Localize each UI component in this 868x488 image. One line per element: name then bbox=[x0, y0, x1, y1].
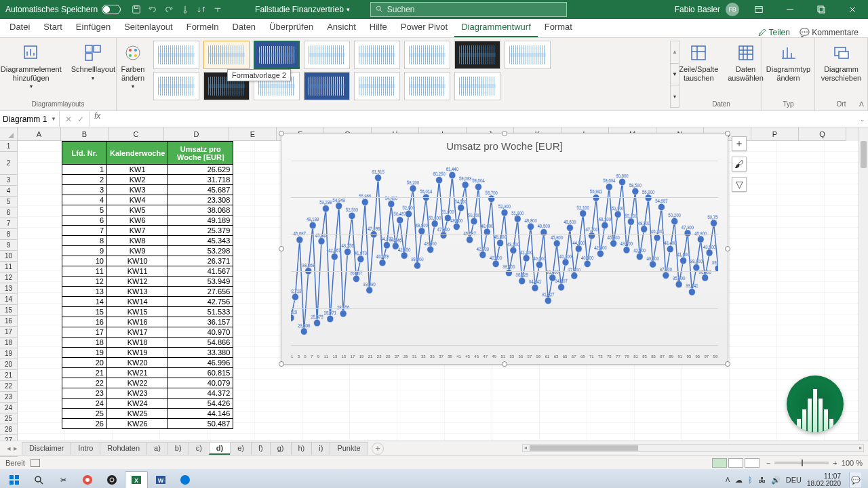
resize-handle[interactable] bbox=[502, 361, 507, 367]
chart-style-5[interactable] bbox=[354, 41, 400, 69]
change-colors-button[interactable]: Farben ändern▾ bbox=[119, 41, 148, 91]
sheet-tab[interactable]: h) bbox=[291, 442, 313, 455]
row-header[interactable]: 6 bbox=[0, 207, 18, 218]
row-header[interactable]: 23 bbox=[0, 392, 18, 403]
sheet-tab[interactable]: i) bbox=[311, 442, 330, 455]
onedrive-icon[interactable]: ☁ bbox=[735, 476, 743, 485]
tab-formeln[interactable]: Formeln bbox=[180, 18, 226, 37]
column-header[interactable]: P bbox=[751, 127, 799, 141]
sheet-tab[interactable]: Disclaimer bbox=[22, 442, 71, 455]
row-header[interactable]: 7 bbox=[0, 218, 18, 229]
save-icon[interactable] bbox=[132, 5, 141, 14]
tab-diagrammentwurf[interactable]: Diagrammentwurf bbox=[454, 18, 538, 37]
chart-style-8[interactable] bbox=[505, 41, 551, 69]
undo-icon[interactable] bbox=[148, 5, 157, 14]
cancel-formula-icon[interactable]: ✕ bbox=[65, 115, 72, 124]
app-obs-icon[interactable] bbox=[100, 471, 123, 488]
resize-handle[interactable] bbox=[502, 131, 507, 136]
chart-object[interactable]: Umsatz pro Woche [EUR] 27,62932,71846,68… bbox=[281, 133, 728, 365]
tab-format[interactable]: Format bbox=[538, 18, 579, 37]
tab-ansicht[interactable]: Ansicht bbox=[320, 18, 363, 37]
tab-hilfe[interactable]: Hilfe bbox=[363, 18, 394, 37]
row-header[interactable]: 9 bbox=[0, 240, 18, 251]
sort-icon[interactable] bbox=[197, 5, 206, 14]
add-chart-element-button[interactable]: Diagrammelement hinzufügen▾ bbox=[0, 41, 64, 91]
app-chrome-icon[interactable] bbox=[76, 471, 99, 488]
chart-style-1[interactable] bbox=[153, 41, 199, 69]
select-data-button[interactable]: Daten auswählen bbox=[725, 41, 766, 83]
touch-mode-icon[interactable] bbox=[180, 5, 190, 14]
sheet-tab[interactable]: e) bbox=[230, 442, 252, 455]
tab-einfügen[interactable]: Einfügen bbox=[69, 18, 117, 37]
column-header[interactable]: D bbox=[164, 127, 229, 141]
close-icon[interactable] bbox=[837, 0, 868, 19]
tab-power pivot[interactable]: Power Pivot bbox=[394, 18, 454, 37]
volume-icon[interactable]: 🔊 bbox=[771, 476, 781, 485]
customize-qat-icon[interactable] bbox=[213, 5, 222, 14]
chart-style-7[interactable] bbox=[454, 41, 500, 69]
name-box[interactable]: Diagramm 1 ▼ bbox=[0, 111, 60, 127]
sheet-nav-prev-icon[interactable]: ▸ bbox=[14, 444, 18, 453]
comments-button[interactable]: 💬 Kommentare bbox=[800, 28, 859, 37]
tray-chevron-icon[interactable]: ᐱ bbox=[726, 476, 730, 483]
column-header[interactable]: B bbox=[61, 127, 108, 141]
vertical-scrollbar[interactable] bbox=[859, 127, 868, 441]
bluetooth-icon[interactable]: ᛒ bbox=[748, 476, 753, 484]
chart-style-6[interactable] bbox=[404, 41, 450, 69]
gallery-more-icon[interactable]: ▾ bbox=[671, 85, 679, 107]
zoom-level[interactable]: 100 % bbox=[842, 459, 863, 467]
tab-seitenlayout[interactable]: Seitenlayout bbox=[117, 18, 180, 37]
resize-handle[interactable] bbox=[279, 361, 284, 367]
chart-title[interactable]: Umsatz pro Woche [EUR] bbox=[281, 134, 728, 155]
row-header[interactable]: 18 bbox=[0, 338, 18, 348]
collapse-ribbon-icon[interactable]: ᐱ bbox=[859, 100, 864, 108]
move-chart-button[interactable]: Diagramm verschieben bbox=[818, 41, 864, 83]
row-header[interactable]: 12 bbox=[0, 272, 18, 283]
row-header[interactable]: 24 bbox=[0, 403, 18, 413]
sheet-tab[interactable]: a) bbox=[146, 442, 168, 455]
normal-view-icon[interactable] bbox=[712, 458, 727, 468]
chart-filters-button[interactable]: ▽ bbox=[732, 177, 747, 192]
start-button[interactable] bbox=[3, 471, 26, 488]
minimize-icon[interactable] bbox=[774, 0, 806, 19]
chart-styles-button[interactable]: 🖌 bbox=[732, 157, 747, 171]
horizontal-scrollbar[interactable]: ◂ ▸ bbox=[522, 444, 864, 452]
clock[interactable]: 11:0718.02.2020 bbox=[807, 472, 841, 487]
tab-überprüfen[interactable]: Überprüfen bbox=[262, 18, 320, 37]
page-break-view-icon[interactable] bbox=[745, 458, 760, 468]
page-layout-view-icon[interactable] bbox=[728, 458, 743, 468]
resize-handle[interactable] bbox=[279, 131, 284, 136]
column-header[interactable]: E bbox=[229, 127, 277, 141]
autosave-toggle[interactable]: Automatisches Speichern bbox=[0, 5, 126, 14]
row-header[interactable]: 16 bbox=[0, 316, 18, 327]
row-header[interactable]: 1 bbox=[0, 141, 18, 152]
column-header[interactable]: Q bbox=[799, 127, 846, 141]
column-header[interactable]: C bbox=[108, 127, 164, 141]
keyboard-lang[interactable]: DEU bbox=[786, 476, 802, 484]
search-box[interactable] bbox=[370, 2, 567, 17]
row-header[interactable]: 13 bbox=[0, 283, 18, 294]
chart-style-12[interactable] bbox=[304, 72, 350, 100]
app-excel-icon[interactable]: X bbox=[125, 471, 148, 488]
tab-start[interactable]: Start bbox=[37, 18, 68, 37]
resize-handle[interactable] bbox=[725, 246, 730, 251]
row-header[interactable]: 26 bbox=[0, 424, 18, 435]
enter-formula-icon[interactable]: ✓ bbox=[77, 115, 84, 124]
chart-style-13[interactable] bbox=[354, 72, 400, 100]
row-header[interactable]: 19 bbox=[0, 348, 18, 359]
document-title[interactable]: Fallstudie Finanzvertrieb ▾ bbox=[255, 5, 350, 14]
switch-row-column-button[interactable]: Zeile/Spalte tauschen bbox=[676, 41, 721, 83]
app-edge-icon[interactable] bbox=[174, 471, 197, 488]
row-header[interactable]: 3 bbox=[0, 175, 18, 186]
sheet-tab[interactable]: b) bbox=[167, 442, 189, 455]
sheet-tab[interactable]: Rohdaten bbox=[100, 442, 147, 455]
row-header[interactable]: 10 bbox=[0, 251, 18, 262]
resize-handle[interactable] bbox=[279, 246, 284, 251]
zoom-in-icon[interactable]: + bbox=[833, 459, 837, 467]
account-button[interactable]: Fabio Basler FB bbox=[671, 3, 743, 16]
zoom-slider[interactable] bbox=[774, 462, 829, 464]
macro-record-icon[interactable] bbox=[31, 459, 40, 467]
search-input[interactable] bbox=[387, 5, 562, 14]
chart-style-3[interactable] bbox=[254, 41, 300, 69]
formula-input[interactable] bbox=[104, 111, 857, 127]
